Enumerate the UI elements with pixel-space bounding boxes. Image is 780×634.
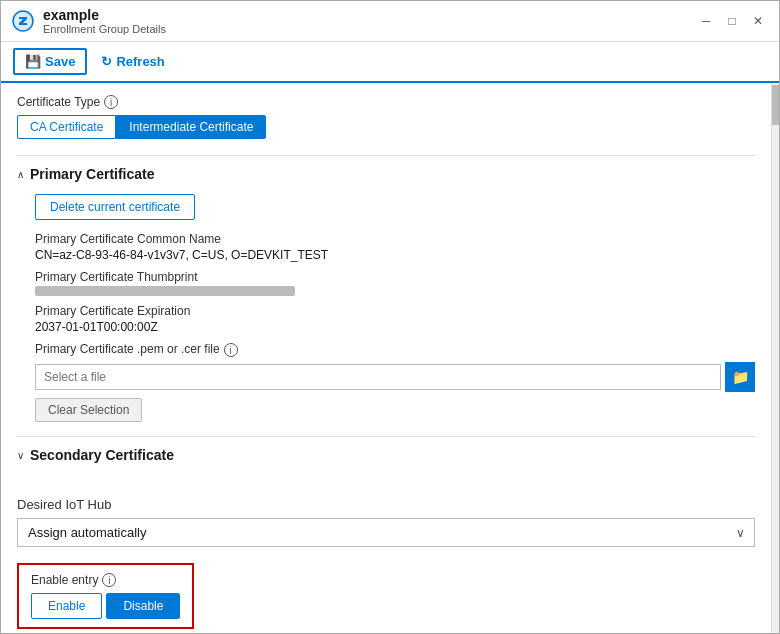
- secondary-cert-title: Secondary Certificate: [30, 447, 174, 463]
- app-icon: [11, 9, 35, 33]
- save-button[interactable]: 💾 Save: [13, 48, 87, 75]
- primary-cert-header[interactable]: ∧ Primary Certificate: [17, 166, 755, 182]
- common-name-label: Primary Certificate Common Name: [35, 232, 755, 246]
- expiration-label: Primary Certificate Expiration: [35, 304, 755, 318]
- scrollbar-thumb[interactable]: [772, 85, 779, 125]
- intermediate-certificate-tab[interactable]: Intermediate Certificate: [116, 115, 266, 139]
- primary-cert-content: Delete current certificate Primary Certi…: [17, 194, 755, 422]
- desired-hub-select-wrapper: Assign automatically ∨: [17, 518, 755, 547]
- toolbar: 💾 Save ↻ Refresh: [1, 42, 779, 83]
- enable-entry-info-icon: i: [102, 573, 116, 587]
- enable-entry-box: Enable entry i Enable Disable: [17, 563, 194, 629]
- ca-certificate-tab[interactable]: CA Certificate: [17, 115, 116, 139]
- folder-icon: 📁: [732, 369, 749, 385]
- close-button[interactable]: ✕: [747, 10, 769, 32]
- delete-cert-button[interactable]: Delete current certificate: [35, 194, 195, 220]
- scrollbar-track: [771, 83, 779, 633]
- thumbprint-value: [35, 286, 295, 296]
- primary-cert-section: ∧ Primary Certificate Delete current cer…: [17, 155, 755, 432]
- common-name-value: CN=az-C8-93-46-84-v1v3v7, C=US, O=DEVKIT…: [35, 248, 755, 262]
- cert-type-label: Certificate Type i: [17, 95, 755, 109]
- desired-hub-section: Desired IoT Hub Assign automatically ∨: [17, 497, 755, 547]
- enable-button[interactable]: Enable: [31, 593, 102, 619]
- file-input[interactable]: [35, 364, 721, 390]
- file-browse-button[interactable]: 📁: [725, 362, 755, 392]
- main-content: Certificate Type i CA Certificate Interm…: [1, 83, 771, 633]
- thumbprint-label: Primary Certificate Thumbprint: [35, 270, 755, 284]
- secondary-cert-section: ∨ Secondary Certificate: [17, 436, 755, 485]
- pem-info-icon: i: [224, 343, 238, 357]
- refresh-button[interactable]: ↻ Refresh: [91, 50, 174, 73]
- enable-entry-wrapper: Enable entry i Enable Disable: [17, 563, 755, 629]
- secondary-cert-header[interactable]: ∨ Secondary Certificate: [17, 447, 755, 463]
- refresh-icon: ↻: [101, 54, 112, 69]
- secondary-cert-chevron-icon: ∨: [17, 450, 24, 461]
- app-subtitle: Enrollment Group Details: [43, 23, 166, 35]
- save-icon: 💾: [25, 54, 41, 69]
- title-bar: example Enrollment Group Details ─ □ ✕: [1, 1, 779, 42]
- enable-entry-label-row: Enable entry i: [31, 573, 180, 587]
- pem-label: Primary Certificate .pem or .cer file: [35, 342, 220, 356]
- primary-cert-chevron-icon: ∧: [17, 169, 24, 180]
- cert-type-info-icon: i: [104, 95, 118, 109]
- enable-row: Enable Disable: [31, 593, 180, 619]
- minimize-button[interactable]: ─: [695, 10, 717, 32]
- primary-cert-title: Primary Certificate: [30, 166, 155, 182]
- expiration-value: 2037-01-01T00:00:00Z: [35, 320, 755, 334]
- clear-selection-button[interactable]: Clear Selection: [35, 398, 142, 422]
- desired-hub-select[interactable]: Assign automatically: [17, 518, 755, 547]
- disable-button[interactable]: Disable: [106, 593, 180, 619]
- file-input-row: 📁: [35, 362, 755, 392]
- app-window: example Enrollment Group Details ─ □ ✕ 💾…: [0, 0, 780, 634]
- app-title: example: [43, 7, 166, 23]
- maximize-button[interactable]: □: [721, 10, 743, 32]
- cert-type-tabs: CA Certificate Intermediate Certificate: [17, 115, 755, 139]
- window-controls: ─ □ ✕: [695, 10, 769, 32]
- desired-hub-label: Desired IoT Hub: [17, 497, 755, 512]
